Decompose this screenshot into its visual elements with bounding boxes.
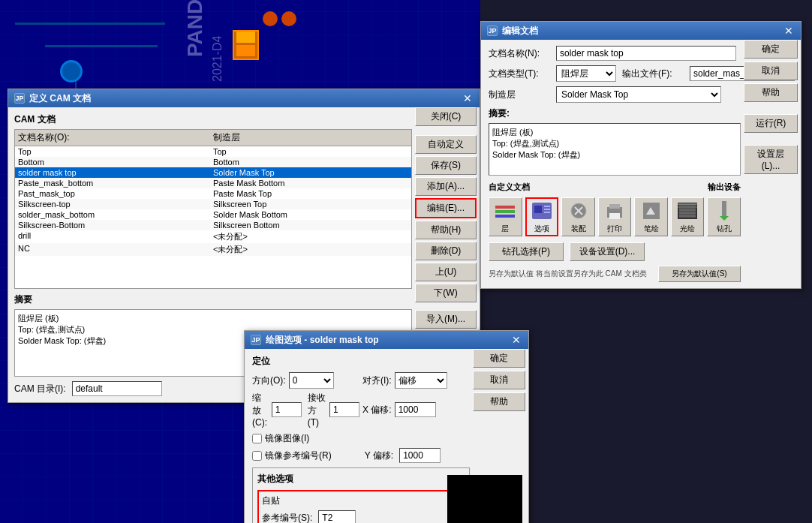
edit-summary-1: 阻焊层 (板) bbox=[492, 127, 737, 138]
table-row[interactable]: Paste_mask_bottomPaste Mask Bottom bbox=[15, 178, 411, 188]
close-button[interactable]: 关闭(C) bbox=[415, 107, 477, 126]
ref-num-label: 参考编号(S): bbox=[262, 512, 312, 524]
icon-option-btn[interactable]: 选项 bbox=[525, 197, 559, 236]
draw-confirm-button[interactable]: 确定 bbox=[473, 349, 525, 368]
save-button[interactable]: 保存(S) bbox=[415, 156, 477, 175]
import-button[interactable]: 导入(M)... bbox=[415, 310, 477, 329]
cam-col-layer: 制造层 bbox=[213, 131, 408, 144]
table-col-layer: Solder Mask Top bbox=[213, 168, 408, 177]
table-row[interactable]: solder mask topSolder Mask Top bbox=[15, 167, 411, 178]
cam-define-close-button[interactable]: ✕ bbox=[462, 93, 474, 104]
cam-summary-label: 摘要 bbox=[14, 293, 412, 306]
auto-define-button[interactable]: 自动定义 bbox=[415, 135, 477, 154]
help-button[interactable]: 帮助(H) bbox=[415, 221, 477, 239]
svg-rect-2 bbox=[495, 215, 515, 218]
position-label: 定位 bbox=[252, 355, 470, 368]
icon-photoplot-label: 光绘 bbox=[680, 224, 695, 234]
icon-plot-btn[interactable]: 笔绘 bbox=[634, 197, 668, 236]
edit-help-button[interactable]: 帮助 bbox=[744, 83, 798, 102]
cam-col-docname: 文档名称(O): bbox=[18, 131, 213, 144]
icon-layer-btn[interactable]: 层 bbox=[489, 197, 522, 236]
cam-define-icon: JP bbox=[14, 93, 25, 104]
direction-row: 方向(O): 0 bbox=[252, 372, 359, 389]
mirror-ref-checkbox[interactable] bbox=[252, 451, 262, 461]
up-button[interactable]: 上(U) bbox=[415, 263, 477, 281]
svg-rect-4 bbox=[534, 206, 542, 213]
table-col-layer: Top bbox=[213, 147, 408, 156]
summary-box: 阻焊层 (板) Top: (焊盘,测试点) Solder Mask Top: (… bbox=[489, 123, 741, 176]
table-col-name: Bottom bbox=[18, 158, 213, 167]
table-col-name: drill bbox=[18, 231, 213, 242]
icon-drill-btn[interactable]: 钻孔 bbox=[707, 197, 741, 236]
table-col-layer: <未分配> bbox=[213, 244, 408, 255]
draw-help-button[interactable]: 帮助 bbox=[473, 392, 525, 411]
edit-settings-button[interactable]: 设置层(L)... bbox=[744, 145, 798, 174]
table-col-name: NC bbox=[18, 244, 213, 255]
edit-button[interactable]: 编辑(E)... bbox=[415, 198, 477, 218]
device-settings-button[interactable]: 设备设置(D)... bbox=[570, 242, 645, 261]
device-select-button[interactable]: 钻孔选择(P) bbox=[489, 242, 564, 261]
scale-label: 缩放(C): bbox=[252, 392, 269, 428]
cam-dir-input[interactable] bbox=[72, 381, 162, 396]
ref-num-input[interactable] bbox=[318, 510, 356, 523]
direction-label: 方向(O): bbox=[252, 374, 286, 387]
draw-cancel-button[interactable]: 取消 bbox=[473, 371, 525, 389]
mirror-ref-label: 镜像参考编号(R) bbox=[265, 449, 332, 462]
layer-select[interactable]: Solder Mask Top bbox=[556, 86, 721, 103]
red-outlined-section: 自贴 参考编号(S): bbox=[257, 490, 465, 523]
svg-rect-7 bbox=[544, 212, 550, 213]
layer-row: 制造层 Solder Mask Top bbox=[489, 86, 741, 103]
edit-run-button[interactable]: 运行(R) bbox=[744, 114, 798, 133]
table-row[interactable]: Silkscreen-BottomSilkscreen Bottom bbox=[15, 220, 411, 230]
y-offset-input[interactable] bbox=[399, 448, 441, 463]
icon-assemble-btn[interactable]: 装配 bbox=[561, 197, 595, 236]
table-col-name: solder mask top bbox=[18, 168, 213, 177]
direction-select[interactable]: 0 bbox=[289, 372, 334, 389]
svg-marker-23 bbox=[720, 216, 729, 221]
edit-summary-3: Solder Mask Top: (焊盘) bbox=[492, 149, 737, 161]
mirror-image-checkbox[interactable] bbox=[252, 434, 262, 443]
svg-rect-13 bbox=[609, 213, 620, 219]
x-offset-input[interactable] bbox=[395, 402, 436, 417]
align-select[interactable]: 偏移 bbox=[395, 372, 447, 389]
output-label: 输出文件(F): bbox=[622, 68, 690, 80]
draw-options-close-button[interactable]: ✕ bbox=[510, 335, 522, 345]
cam-table-body[interactable]: TopTopBottomBottomsolder mask topSolder … bbox=[14, 146, 412, 289]
delete-button[interactable]: 删除(D) bbox=[415, 242, 477, 260]
mirror-image-row: 镜像图像(I) bbox=[252, 432, 470, 445]
edit-doc-close-button[interactable]: ✕ bbox=[783, 26, 795, 36]
receive-input[interactable] bbox=[329, 402, 359, 417]
svg-rect-12 bbox=[609, 204, 620, 209]
table-col-layer: Silkscreen Top bbox=[213, 200, 408, 209]
icon-print-btn[interactable]: 打印 bbox=[598, 197, 632, 236]
save-default-button[interactable]: 另存为默认值(S) bbox=[658, 266, 741, 282]
svg-rect-0 bbox=[495, 206, 515, 209]
draw-options-title: 绘图选项 - solder mask top bbox=[266, 334, 379, 347]
table-row[interactable]: solder_mask_bottomSolder Mask Bottom bbox=[15, 209, 411, 220]
down-button[interactable]: 下(W) bbox=[415, 284, 477, 302]
edit-cancel-button[interactable]: 取消 bbox=[744, 62, 798, 80]
scale-input[interactable] bbox=[272, 402, 302, 417]
table-row[interactable]: BottomBottom bbox=[15, 157, 411, 167]
table-col-name: Paste_mask_bottom bbox=[18, 179, 213, 188]
preview-box bbox=[447, 475, 522, 523]
table-row[interactable]: Past_mask_topPaste Mask Top bbox=[15, 188, 411, 199]
table-col-layer: Paste Mask Top bbox=[213, 189, 408, 198]
cam-table-header: 文档名称(O): 制造层 bbox=[14, 129, 412, 146]
icon-drill-label: 钻孔 bbox=[717, 224, 732, 234]
table-row[interactable]: NC<未分配> bbox=[15, 243, 411, 256]
docname-input[interactable] bbox=[556, 46, 736, 61]
filetype-select[interactable]: 阻焊层 bbox=[556, 65, 616, 82]
table-row[interactable]: drill<未分配> bbox=[15, 230, 411, 243]
mirror-ref-row: 镜像参考编号(R) Y 偏移: bbox=[252, 448, 470, 463]
icon-photoplot-btn[interactable]: 光绘 bbox=[671, 197, 705, 236]
edit-confirm-button[interactable]: 确定 bbox=[744, 40, 798, 59]
scale-row: 缩放(C): 接收方(T) bbox=[252, 392, 359, 428]
edit-doc-window: JP 编辑文档 ✕ 文档名称(N): 文档类型(T): 阻焊层 输出文件(F): bbox=[480, 21, 801, 289]
table-row[interactable]: Silkscreen-topSilkscreen Top bbox=[15, 199, 411, 209]
docname-row: 文档名称(N): bbox=[489, 46, 741, 61]
table-row[interactable]: TopTop bbox=[15, 146, 411, 157]
add-button[interactable]: 添加(A)... bbox=[415, 177, 477, 196]
edit-doc-titlebar: JP 编辑文档 ✕ bbox=[481, 22, 801, 40]
table-col-name: Silkscreen-Bottom bbox=[18, 221, 213, 230]
